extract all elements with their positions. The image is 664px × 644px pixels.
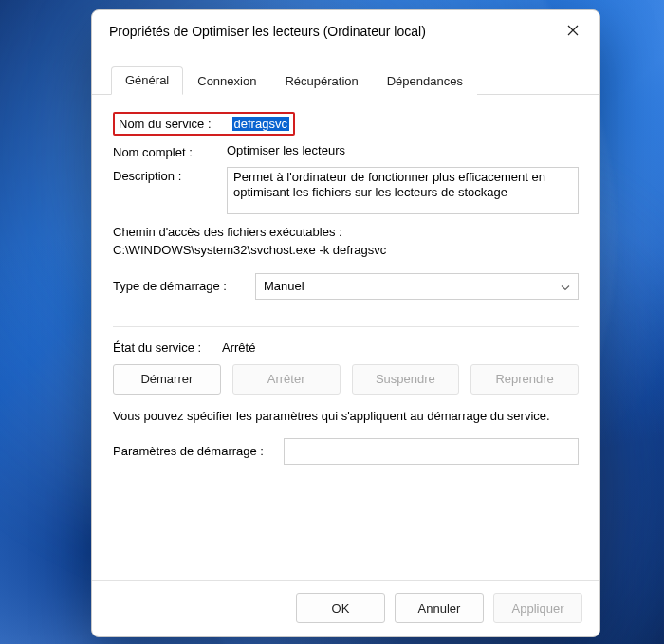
cancel-button[interactable]: Annuler [395,593,484,623]
start-button[interactable]: Démarrer [113,364,221,395]
exe-path-label: Chemin d'accès des fichiers exécutables … [113,224,579,242]
tab-dependencies[interactable]: Dépendances [373,67,477,95]
description-label: Description : [113,167,227,183]
stop-button: Arrêter [232,364,341,395]
close-icon [567,25,579,39]
ok-button[interactable]: OK [296,593,385,623]
close-button[interactable] [552,17,594,46]
start-params-input[interactable] [284,438,579,465]
display-name-value: Optimiser les lecteurs [227,143,579,157]
dialog-footer: OK Annuler Appliquer [92,580,599,636]
pause-button: Suspendre [352,364,460,395]
apply-button: Appliquer [493,593,582,623]
tab-recovery[interactable]: Récupération [270,67,372,95]
resume-button: Reprendre [470,364,579,395]
startup-type-value: Manuel [264,279,304,293]
exe-path-value: C:\WINDOWS\system32\svchost.exe -k defra… [113,242,579,260]
separator [113,326,579,327]
startup-type-select[interactable]: Manuel [255,273,579,300]
startup-type-label: Type de démarrage : [113,279,255,293]
tab-general[interactable]: Général [111,66,183,95]
service-name-label: Nom du service : [119,115,212,131]
tab-panel-general: Nom du service : defragsvc Nom complet :… [92,95,599,580]
tab-logon[interactable]: Connexion [183,67,270,95]
window-title: Propriétés de Optimiser les lecteurs (Or… [109,24,552,39]
description-textarea[interactable] [227,167,579,214]
display-name-label: Nom complet : [113,143,227,159]
service-state-label: État du service : [113,340,222,355]
chevron-down-icon [561,279,570,293]
service-name-value[interactable]: defragsvc [232,117,289,131]
titlebar: Propriétés de Optimiser les lecteurs (Or… [92,10,599,52]
service-state-value: Arrêté [222,340,255,355]
service-name-highlight: Nom du service : defragsvc [113,112,295,136]
start-params-hint: Vous pouvez spécifier les paramètres qui… [113,408,579,425]
properties-dialog: Propriétés de Optimiser les lecteurs (Or… [91,9,600,637]
tab-bar: Général Connexion Récupération Dépendanc… [92,52,599,95]
start-params-label: Paramètres de démarrage : [113,444,274,458]
